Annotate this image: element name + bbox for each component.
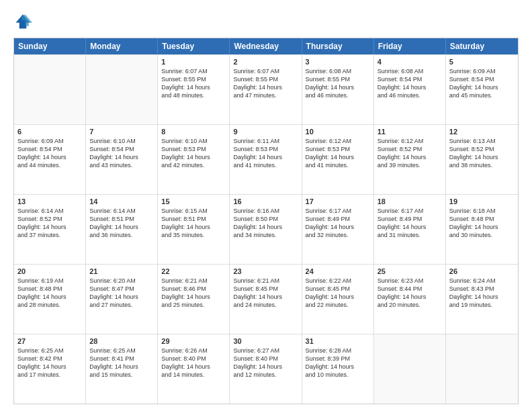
calendar-cell-3-6: 26Sunrise: 6:24 AMSunset: 8:43 PMDayligh… xyxy=(446,265,518,334)
day-number: 31 xyxy=(306,337,370,345)
calendar-cell-1-1: 7Sunrise: 6:10 AMSunset: 8:54 PMDaylight… xyxy=(86,125,158,194)
calendar-cell-2-6: 19Sunrise: 6:18 AMSunset: 8:48 PMDayligh… xyxy=(446,195,518,264)
cell-info-line: and 30 minutes. xyxy=(449,231,515,239)
cell-info-line: Sunset: 8:47 PM xyxy=(89,285,154,293)
cell-info-line: Daylight: 14 hours xyxy=(306,293,370,301)
header-day-saturday: Saturday xyxy=(446,38,518,54)
cell-info-line: Sunrise: 6:18 AM xyxy=(449,207,515,215)
cell-info-line: Sunrise: 6:07 AM xyxy=(161,67,226,75)
cell-info-line: Daylight: 14 hours xyxy=(89,153,154,161)
day-number: 8 xyxy=(161,128,226,136)
cell-info-line: Sunset: 8:54 PM xyxy=(449,75,515,83)
cell-info-line: and 28 minutes. xyxy=(17,301,82,309)
cell-info-line: Daylight: 14 hours xyxy=(17,223,82,231)
calendar-row-3: 20Sunrise: 6:19 AMSunset: 8:48 PMDayligh… xyxy=(14,264,518,334)
cell-info-line: and 45 minutes. xyxy=(449,91,515,99)
cell-info-line: Sunrise: 6:13 AM xyxy=(449,137,515,145)
calendar-cell-1-5: 11Sunrise: 6:12 AMSunset: 8:52 PMDayligh… xyxy=(374,125,446,194)
calendar-cell-0-0 xyxy=(14,55,86,124)
cell-info-line: Daylight: 14 hours xyxy=(161,363,226,371)
cell-info-line: Daylight: 14 hours xyxy=(449,293,515,301)
cell-info-line: Daylight: 14 hours xyxy=(89,293,154,301)
cell-info-line: and 24 minutes. xyxy=(233,301,298,309)
cell-info-line: Sunrise: 6:11 AM xyxy=(233,137,298,145)
calendar-cell-0-5: 4Sunrise: 6:08 AMSunset: 8:54 PMDaylight… xyxy=(374,55,446,124)
cell-info-line: Sunrise: 6:09 AM xyxy=(449,67,515,75)
cell-info-line: Sunrise: 6:24 AM xyxy=(449,277,515,285)
cell-info-line: and 36 minutes. xyxy=(89,231,154,239)
calendar-row-2: 13Sunrise: 6:14 AMSunset: 8:52 PMDayligh… xyxy=(14,194,518,264)
cell-info-line: and 43 minutes. xyxy=(89,161,154,169)
day-number: 16 xyxy=(233,197,298,205)
cell-info-line: Sunrise: 6:10 AM xyxy=(89,137,154,145)
cell-info-line: and 19 minutes. xyxy=(449,301,515,309)
cell-info-line: Daylight: 14 hours xyxy=(233,363,298,371)
cell-info-line: Daylight: 14 hours xyxy=(378,153,442,161)
calendar-cell-4-5 xyxy=(374,334,446,404)
cell-info-line: and 12 minutes. xyxy=(233,371,298,379)
calendar-cell-0-6: 5Sunrise: 6:09 AMSunset: 8:54 PMDaylight… xyxy=(446,55,518,124)
calendar-cell-2-4: 17Sunrise: 6:17 AMSunset: 8:49 PMDayligh… xyxy=(302,195,374,264)
day-number: 28 xyxy=(89,337,154,345)
cell-info-line: Sunrise: 6:25 AM xyxy=(17,347,82,355)
cell-info-line: Daylight: 14 hours xyxy=(233,83,298,91)
day-number: 22 xyxy=(161,267,226,275)
cell-info-line: Daylight: 14 hours xyxy=(17,363,82,371)
cell-info-line: Sunset: 8:41 PM xyxy=(89,355,154,363)
cell-info-line: Sunrise: 6:09 AM xyxy=(17,137,82,145)
calendar-cell-4-4: 31Sunrise: 6:28 AMSunset: 8:39 PMDayligh… xyxy=(302,334,374,404)
cell-info-line: Daylight: 14 hours xyxy=(161,83,226,91)
day-number: 29 xyxy=(161,337,226,345)
cell-info-line: and 39 minutes. xyxy=(378,161,442,169)
cell-info-line: and 46 minutes. xyxy=(378,91,442,99)
cell-info-line: Sunset: 8:54 PM xyxy=(89,145,154,153)
calendar-cell-3-4: 24Sunrise: 6:22 AMSunset: 8:45 PMDayligh… xyxy=(302,265,374,334)
cell-info-line: and 41 minutes. xyxy=(233,161,298,169)
cell-info-line: Daylight: 14 hours xyxy=(306,83,370,91)
calendar-cell-2-1: 14Sunrise: 6:14 AMSunset: 8:51 PMDayligh… xyxy=(86,195,158,264)
cell-info-line: Sunrise: 6:22 AM xyxy=(306,277,370,285)
cell-info-line: Sunset: 8:51 PM xyxy=(89,215,154,223)
cell-info-line: Sunset: 8:40 PM xyxy=(233,355,298,363)
calendar-cell-4-1: 28Sunrise: 6:25 AMSunset: 8:41 PMDayligh… xyxy=(86,334,158,404)
cell-info-line: Sunset: 8:43 PM xyxy=(449,285,515,293)
day-number: 30 xyxy=(233,337,298,345)
cell-info-line: Daylight: 14 hours xyxy=(17,153,82,161)
cell-info-line: Sunrise: 6:27 AM xyxy=(233,347,298,355)
cell-info-line: Daylight: 14 hours xyxy=(378,223,442,231)
cell-info-line: Sunset: 8:42 PM xyxy=(17,355,82,363)
cell-info-line: and 17 minutes. xyxy=(17,371,82,379)
cell-info-line: Sunset: 8:51 PM xyxy=(161,215,226,223)
cell-info-line: Sunset: 8:45 PM xyxy=(233,285,298,293)
cell-info-line: Daylight: 14 hours xyxy=(306,223,370,231)
calendar-cell-3-3: 23Sunrise: 6:21 AMSunset: 8:45 PMDayligh… xyxy=(230,265,302,334)
cell-info-line: and 31 minutes. xyxy=(378,231,442,239)
header-day-friday: Friday xyxy=(374,38,446,54)
header-day-wednesday: Wednesday xyxy=(230,38,302,54)
header-day-tuesday: Tuesday xyxy=(158,38,230,54)
cell-info-line: Sunset: 8:55 PM xyxy=(233,75,298,83)
cell-info-line: and 22 minutes. xyxy=(306,301,370,309)
cell-info-line: Sunrise: 6:26 AM xyxy=(161,347,226,355)
cell-info-line: Daylight: 14 hours xyxy=(449,223,515,231)
cell-info-line: Sunset: 8:45 PM xyxy=(306,285,370,293)
cell-info-line: Sunset: 8:40 PM xyxy=(161,355,226,363)
day-number: 19 xyxy=(449,197,515,205)
day-number: 2 xyxy=(233,58,298,66)
cell-info-line: Sunset: 8:53 PM xyxy=(161,145,226,153)
cell-info-line: and 35 minutes. xyxy=(161,231,226,239)
cell-info-line: and 38 minutes. xyxy=(449,161,515,169)
cell-info-line: Daylight: 14 hours xyxy=(449,153,515,161)
cell-info-line: and 46 minutes. xyxy=(306,91,370,99)
cell-info-line: Sunset: 8:48 PM xyxy=(17,285,82,293)
cell-info-line: Sunset: 8:54 PM xyxy=(378,75,442,83)
cell-info-line: Daylight: 14 hours xyxy=(233,293,298,301)
day-number: 5 xyxy=(449,58,515,66)
calendar-row-1: 6Sunrise: 6:09 AMSunset: 8:54 PMDaylight… xyxy=(14,124,518,194)
calendar-cell-0-4: 3Sunrise: 6:08 AMSunset: 8:55 PMDaylight… xyxy=(302,55,374,124)
cell-info-line: Daylight: 14 hours xyxy=(89,223,154,231)
cell-info-line: and 48 minutes. xyxy=(161,91,226,99)
cell-info-line: Sunset: 8:46 PM xyxy=(161,285,226,293)
cell-info-line: and 34 minutes. xyxy=(233,231,298,239)
logo xyxy=(13,12,35,31)
